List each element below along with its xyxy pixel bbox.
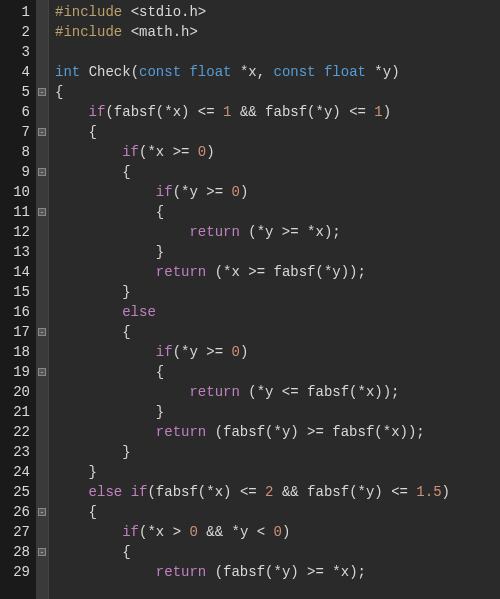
code-line[interactable]: } xyxy=(55,462,500,482)
code-line[interactable] xyxy=(55,42,500,62)
fold-toggle-icon[interactable]: - xyxy=(38,208,46,216)
code-line[interactable]: { xyxy=(55,162,500,182)
fold-cell[interactable]: - xyxy=(36,362,48,382)
fold-cell xyxy=(36,22,48,42)
token-op: >= xyxy=(299,424,333,440)
token-op xyxy=(55,544,122,560)
token-punc: } xyxy=(122,284,130,300)
code-line[interactable]: if(*y >= 0) xyxy=(55,342,500,362)
code-line[interactable]: { xyxy=(55,82,500,102)
token-op: * xyxy=(358,384,366,400)
fold-cell[interactable]: - xyxy=(36,322,48,342)
code-line[interactable]: } xyxy=(55,242,500,262)
token-punc: ); xyxy=(349,564,366,580)
fold-cell xyxy=(36,262,48,282)
code-line[interactable]: return (fabsf(*y) >= *x); xyxy=(55,562,500,582)
code-line[interactable]: { xyxy=(55,122,500,142)
code-line[interactable]: #include <stdio.h> xyxy=(55,2,500,22)
fold-toggle-icon[interactable]: - xyxy=(38,88,46,96)
code-line[interactable]: } xyxy=(55,442,500,462)
token-fn: fabsf xyxy=(265,104,307,120)
token-fn: fabsf xyxy=(307,384,349,400)
fold-cell[interactable]: - xyxy=(36,502,48,522)
fold-cell[interactable]: - xyxy=(36,542,48,562)
fold-cell[interactable]: - xyxy=(36,82,48,102)
code-line[interactable]: return (*y <= fabsf(*x)); xyxy=(55,382,500,402)
code-line[interactable]: if(*x > 0 && *y < 0) xyxy=(55,522,500,542)
code-line[interactable]: { xyxy=(55,502,500,522)
fold-toggle-icon[interactable]: - xyxy=(38,128,46,136)
token-op: * xyxy=(231,64,248,80)
fold-toggle-icon[interactable]: - xyxy=(38,328,46,336)
token-op xyxy=(316,64,324,80)
token-pre: #include xyxy=(55,24,122,40)
token-ctrl: return xyxy=(156,564,206,580)
fold-cell[interactable]: - xyxy=(36,122,48,142)
line-number: 9 xyxy=(2,162,30,182)
token-punc: ) xyxy=(206,144,214,160)
code-line[interactable]: { xyxy=(55,362,500,382)
code-line[interactable]: { xyxy=(55,202,500,222)
token-inc: <stdio.h> xyxy=(131,4,207,20)
code-line[interactable]: return (*y >= *x); xyxy=(55,222,500,242)
token-punc: ) xyxy=(391,64,399,80)
token-ctrl: return xyxy=(189,224,239,240)
token-op xyxy=(122,484,130,500)
line-number: 8 xyxy=(2,142,30,162)
line-number: 29 xyxy=(2,562,30,582)
token-fn: fabsf xyxy=(332,424,374,440)
code-line[interactable]: else xyxy=(55,302,500,322)
code-editor[interactable]: 1234567891011121314151617181920212223242… xyxy=(0,0,500,599)
fold-cell xyxy=(36,2,48,22)
token-punc: { xyxy=(122,164,130,180)
token-op: * xyxy=(164,104,172,120)
fold-toggle-icon[interactable]: - xyxy=(38,548,46,556)
token-op: >= xyxy=(240,264,274,280)
code-line[interactable]: else if(fabsf(*x) <= 2 && fabsf(*y) <= 1… xyxy=(55,482,500,502)
token-fn: fabsf xyxy=(114,104,156,120)
token-id: y xyxy=(332,264,340,280)
token-op xyxy=(55,404,156,420)
code-line[interactable]: } xyxy=(55,282,500,302)
line-number: 17 xyxy=(2,322,30,342)
code-area[interactable]: #include <stdio.h>#include <math.h>int C… xyxy=(48,0,500,599)
token-op: * xyxy=(257,384,265,400)
token-num: 1.5 xyxy=(416,484,441,500)
fold-cell xyxy=(36,102,48,122)
fold-cell xyxy=(36,442,48,462)
token-punc: ( xyxy=(173,184,181,200)
code-line[interactable]: return (fabsf(*y) >= fabsf(*x)); xyxy=(55,422,500,442)
code-line[interactable]: } xyxy=(55,402,500,422)
code-line[interactable]: int Check(const float *x, const float *y… xyxy=(55,62,500,82)
code-line[interactable]: { xyxy=(55,322,500,342)
fold-toggle-icon[interactable]: - xyxy=(38,508,46,516)
code-line[interactable]: if(*x >= 0) xyxy=(55,142,500,162)
fold-cell[interactable]: - xyxy=(36,162,48,182)
line-number: 5 xyxy=(2,82,30,102)
token-fn: Check xyxy=(89,64,131,80)
token-punc: { xyxy=(122,544,130,560)
token-op: < xyxy=(248,524,273,540)
code-line[interactable]: return (*x >= fabsf(*y)); xyxy=(55,262,500,282)
fold-cell[interactable]: - xyxy=(36,202,48,222)
token-id: y xyxy=(189,344,197,360)
token-punc: ( xyxy=(131,64,139,80)
fold-toggle-icon[interactable]: - xyxy=(38,368,46,376)
token-op xyxy=(55,344,156,360)
code-line[interactable]: if(*y >= 0) xyxy=(55,182,500,202)
line-number: 4 xyxy=(2,62,30,82)
token-punc: )); xyxy=(341,264,366,280)
token-punc: ( xyxy=(248,224,256,240)
code-line[interactable]: { xyxy=(55,542,500,562)
token-op xyxy=(55,244,156,260)
fold-toggle-icon[interactable]: - xyxy=(38,168,46,176)
token-op xyxy=(55,444,122,460)
code-line[interactable]: if(fabsf(*x) <= 1 && fabsf(*y) <= 1) xyxy=(55,102,500,122)
token-fn: fabsf xyxy=(307,484,349,500)
token-id: x xyxy=(173,104,181,120)
line-number: 7 xyxy=(2,122,30,142)
fold-cell xyxy=(36,222,48,242)
token-punc: ( xyxy=(147,484,155,500)
code-line[interactable]: #include <math.h> xyxy=(55,22,500,42)
token-ctrl: if xyxy=(156,184,173,200)
